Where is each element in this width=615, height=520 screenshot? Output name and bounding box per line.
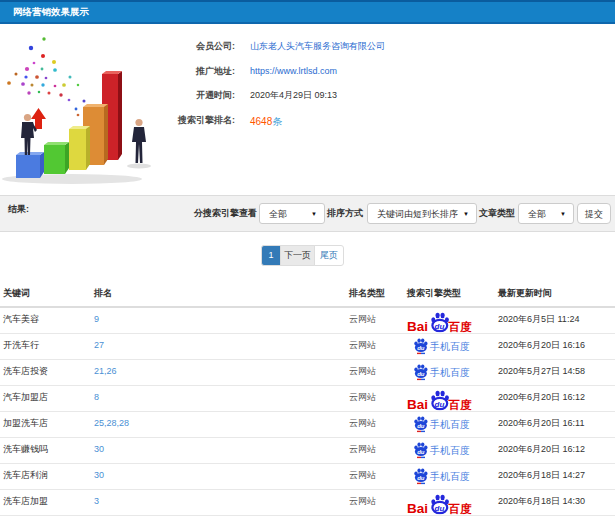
svg-text:du: du — [417, 449, 425, 455]
svg-text:百度: 百度 — [448, 397, 473, 410]
svg-text:du: du — [417, 345, 425, 351]
svg-text:Bai: Bai — [407, 396, 428, 410]
svg-text:du: du — [417, 475, 425, 481]
svg-text:du: du — [435, 503, 445, 512]
svg-text:Bai: Bai — [407, 318, 428, 332]
svg-text:百度: 百度 — [448, 501, 473, 514]
svg-text:du: du — [417, 423, 425, 429]
svg-text:du: du — [417, 371, 425, 377]
svg-text:du: du — [435, 399, 445, 408]
svg-text:Bai: Bai — [407, 500, 428, 514]
svg-text:百度: 百度 — [448, 319, 473, 332]
svg-text:du: du — [435, 321, 445, 330]
